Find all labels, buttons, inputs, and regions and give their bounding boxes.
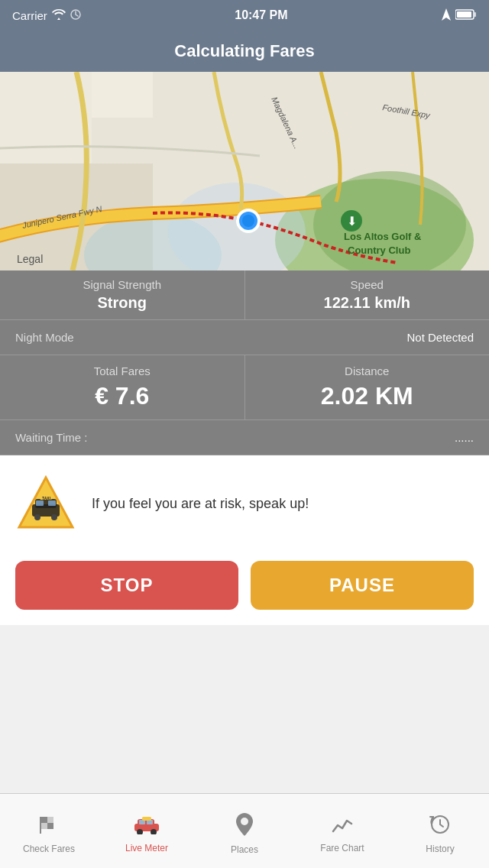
activity-icon [70, 9, 81, 22]
wifi-icon [52, 9, 66, 22]
nav-bar: Calculating Fares [0, 31, 489, 72]
places-icon [236, 813, 253, 841]
status-right [442, 8, 477, 23]
waiting-time-label: Waiting Time : [15, 431, 87, 444]
status-bar: Carrier 10:47 PM [0, 0, 489, 31]
safety-message: If you feel you are at risk, speak up! [92, 494, 309, 513]
svg-text:TAXI: TAXI [42, 496, 51, 500]
safety-banner: TAXI If you feel you are at risk, speak … [0, 455, 489, 553]
total-fares-value: € 7.6 [12, 382, 232, 410]
distance-label: Distance [257, 364, 478, 377]
distance-cell: Distance 2.02 KM [245, 355, 490, 419]
tab-live-meter[interactable]: Live Meter [98, 808, 196, 853]
night-mode-label: Night Mode [15, 331, 74, 344]
svg-text:⬇: ⬇ [347, 215, 357, 228]
svg-rect-38 [41, 823, 47, 829]
svg-text:Legal: Legal [17, 253, 43, 265]
tab-history[interactable]: History [391, 808, 489, 854]
signal-strength-label: Signal Strength [12, 278, 232, 291]
svg-rect-8 [290, 72, 489, 179]
total-fares-cell: Total Fares € 7.6 [0, 355, 245, 419]
speed-value: 122.11 km/h [257, 294, 478, 312]
tab-check-fares[interactable]: Check Fares [0, 808, 98, 854]
signal-strength-cell: Signal Strength Strong [0, 270, 245, 319]
svg-point-32 [34, 514, 40, 520]
pause-button[interactable]: PAUSE [251, 561, 474, 610]
svg-rect-36 [41, 817, 47, 823]
tab-places[interactable]: Places [196, 807, 293, 855]
svg-rect-47 [142, 817, 151, 821]
tab-history-label: History [426, 844, 454, 854]
svg-marker-1 [442, 8, 451, 21]
speed-cell: Speed 122.11 km/h [245, 270, 490, 319]
svg-rect-34 [36, 500, 44, 506]
svg-rect-37 [47, 817, 53, 823]
tab-fare-chart[interactable]: Fare Chart [293, 809, 391, 853]
waiting-time-value: ...... [455, 431, 474, 444]
live-meter-icon [133, 815, 160, 840]
night-mode-row: Night Mode Not Detected [0, 320, 489, 355]
svg-text:Country Club: Country Club [348, 245, 410, 256]
svg-point-48 [241, 818, 248, 825]
status-left: Carrier [12, 9, 81, 22]
tab-fare-chart-label: Fare Chart [320, 843, 364, 853]
speed-label: Speed [257, 278, 478, 291]
svg-rect-35 [48, 500, 56, 506]
tab-places-label: Places [231, 844, 258, 855]
svg-point-26 [242, 215, 254, 227]
battery-icon [455, 9, 477, 22]
taxi-warning-icon: TAXI [15, 474, 76, 535]
status-time: 10:47 PM [235, 8, 287, 22]
tab-bar: Check Fares Live Meter [0, 793, 489, 868]
fare-chart-icon [332, 815, 353, 840]
signal-strength-value: Strong [12, 294, 232, 312]
tab-check-fares-label: Check Fares [23, 844, 75, 854]
svg-rect-3 [474, 12, 477, 17]
stop-button[interactable]: STOP [15, 561, 238, 610]
history-icon [429, 814, 451, 840]
svg-rect-4 [457, 11, 471, 18]
svg-text:Los Altos Golf &: Los Altos Golf & [344, 231, 421, 242]
svg-rect-39 [47, 823, 53, 829]
tab-live-meter-label: Live Meter [125, 843, 168, 853]
fares-distance-row: Total Fares € 7.6 Distance 2.02 KM [0, 355, 489, 420]
svg-rect-7 [92, 72, 153, 118]
waiting-time-row: Waiting Time : ...... [0, 420, 489, 455]
signal-speed-row: Signal Strength Strong Speed 122.11 km/h [0, 270, 489, 320]
location-icon [442, 8, 451, 23]
svg-rect-40 [40, 817, 41, 834]
check-fares-icon [38, 814, 60, 840]
carrier-label: Carrier [12, 9, 47, 22]
distance-value: 2.02 KM [257, 382, 478, 410]
svg-point-33 [51, 514, 57, 520]
info-grid: Signal Strength Strong Speed 122.11 km/h… [0, 270, 489, 455]
action-buttons: STOP PAUSE [0, 553, 489, 625]
page-title: Calculating Fares [174, 41, 314, 61]
map-area: Junipero Serra Fwy N Magdalena A... Foot… [0, 72, 489, 270]
total-fares-label: Total Fares [12, 364, 232, 377]
night-mode-value: Not Detected [406, 331, 474, 344]
